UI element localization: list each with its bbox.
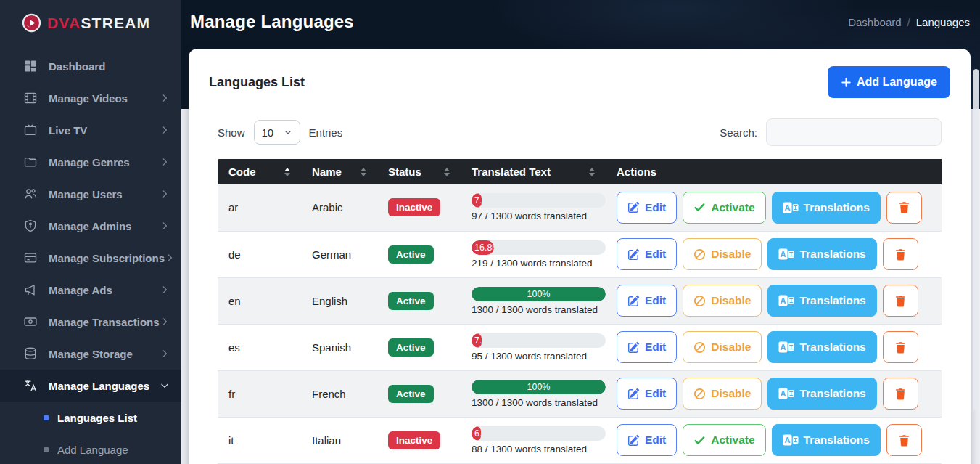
pencil-square-icon xyxy=(627,388,640,400)
breadcrumb-current: Languages xyxy=(916,16,970,28)
edit-button[interactable]: Edit xyxy=(617,192,677,224)
chevron-down-icon xyxy=(284,128,292,137)
sort-icon xyxy=(444,168,450,176)
translations-button[interactable]: A Translations xyxy=(767,331,876,363)
brand-logo[interactable]: DVASTREAM xyxy=(0,0,181,44)
sidebar-item-label: Manage Languages xyxy=(49,380,160,392)
entries-select[interactable]: 10 xyxy=(254,120,300,145)
column-header-translated-text[interactable]: Translated Text xyxy=(472,159,617,184)
disable-button[interactable]: Disable xyxy=(683,378,762,410)
translations-button[interactable]: A Translations xyxy=(772,192,881,224)
trash-icon xyxy=(894,248,907,261)
add-language-label: Add Language xyxy=(857,76,937,89)
chevron-down-icon xyxy=(160,380,170,391)
sidebar-item-label: Manage Admins xyxy=(49,220,160,232)
pencil-square-icon xyxy=(627,434,640,447)
sidebar-item-label: Live TV xyxy=(49,124,160,137)
delete-button[interactable] xyxy=(883,238,918,270)
language-code: en xyxy=(218,277,312,324)
chevron-right-icon xyxy=(160,157,170,167)
languages-card: Languages List Add Language Show 10 Entr… xyxy=(189,49,971,464)
table-row-ar: ar Arabic Inactive 7.46 97 / 1300 words … xyxy=(218,184,942,231)
translations-button[interactable]: A Translations xyxy=(772,424,881,456)
bullet-icon xyxy=(44,415,49,420)
storage-icon xyxy=(23,346,38,361)
delete-button[interactable] xyxy=(883,378,918,410)
sidebar-item-label: Manage Subscriptions xyxy=(49,252,165,264)
status-badge: Inactive xyxy=(388,198,440,216)
activate-button[interactable]: Activate xyxy=(683,192,765,224)
column-header-name[interactable]: Name xyxy=(312,159,388,184)
disable-button[interactable]: Disable xyxy=(683,238,762,270)
progress-fill: 100% xyxy=(472,287,606,301)
status-badge: Active xyxy=(388,385,434,403)
sidebar-subitem-add-language[interactable]: Add Language xyxy=(0,434,181,464)
words-translated: 95 / 1300 words translated xyxy=(472,351,606,362)
sidebar: DVASTREAM Dashboard Manage Videos Live T… xyxy=(0,0,181,464)
svg-text:A: A xyxy=(781,343,786,351)
slash-circle-icon xyxy=(693,388,706,400)
edit-button[interactable]: Edit xyxy=(617,331,677,363)
search-input[interactable] xyxy=(766,118,942,146)
delete-button[interactable] xyxy=(883,285,918,317)
translations-button[interactable]: A Translations xyxy=(767,238,876,270)
slash-circle-icon xyxy=(693,341,706,354)
sidebar-item-manage-videos[interactable]: Manage Videos xyxy=(0,82,181,114)
table-row-fr: fr French Active 100% 1300 / 1300 words … xyxy=(218,370,942,417)
sort-icon xyxy=(284,168,290,176)
page-title: Manage Languages xyxy=(190,12,354,32)
brand-name: DVASTREAM xyxy=(47,15,150,32)
translate-icon: A xyxy=(778,388,794,399)
status-badge: Inactive xyxy=(388,431,440,449)
breadcrumb-separator: / xyxy=(907,16,910,28)
edit-button[interactable]: Edit xyxy=(617,424,677,456)
disable-button[interactable]: Disable xyxy=(683,331,762,363)
sidebar-item-manage-admins[interactable]: Manage Admins xyxy=(0,210,181,242)
activate-button[interactable]: Activate xyxy=(683,424,765,456)
translation-progress: 6.77 88 / 1300 words translated xyxy=(472,426,606,455)
table-row-de: de German Active 16.85 219 / 1300 words … xyxy=(218,231,942,277)
progress-fill: 6.77 xyxy=(472,426,481,441)
languages-table: Code Name Status Translated Text Actions… xyxy=(218,159,942,464)
language-name: Spanish xyxy=(312,324,388,370)
translations-button[interactable]: A Translations xyxy=(767,285,876,317)
edit-button[interactable]: Edit xyxy=(617,238,677,270)
chevron-right-icon xyxy=(165,253,175,263)
chevron-right-icon xyxy=(160,285,170,295)
sort-icon xyxy=(589,168,595,176)
sidebar-item-manage-ads[interactable]: Manage Ads xyxy=(0,274,181,306)
genres-icon xyxy=(23,155,38,169)
sidebar-item-manage-languages[interactable]: Manage Languages xyxy=(0,370,181,402)
delete-button[interactable] xyxy=(886,192,922,224)
sidebar-item-live-tv[interactable]: Live TV xyxy=(0,114,181,146)
table-row-it: it Italian Inactive 6.77 88 / 1300 words… xyxy=(218,417,942,463)
sidebar-item-label: Manage Ads xyxy=(49,284,160,296)
delete-button[interactable] xyxy=(886,424,922,456)
add-language-button[interactable]: Add Language xyxy=(828,66,950,98)
sidebar-item-label: Manage Users xyxy=(49,188,160,200)
sidebar-subitem-languages-list[interactable]: Languages List xyxy=(0,402,181,434)
sidebar-item-manage-storage[interactable]: Manage Storage xyxy=(0,338,181,370)
chevron-right-icon xyxy=(160,125,170,135)
sidebar-item-manage-genres[interactable]: Manage Genres xyxy=(0,146,181,178)
sidebar-item-manage-subscriptions[interactable]: Manage Subscriptions xyxy=(0,242,181,274)
show-label: Show xyxy=(218,126,245,139)
delete-button[interactable] xyxy=(883,331,918,363)
column-header-status[interactable]: Status xyxy=(388,159,472,184)
sidebar-item-dashboard[interactable]: Dashboard xyxy=(0,50,181,82)
languages-icon xyxy=(23,378,38,393)
search-label: Search: xyxy=(720,126,757,139)
sidebar-item-manage-users[interactable]: Manage Users xyxy=(0,178,181,210)
page-scrollbar[interactable] xyxy=(973,69,979,410)
svg-text:A: A xyxy=(781,296,786,305)
sidebar-item-label: Dashboard xyxy=(49,60,170,73)
column-header-code[interactable]: Code xyxy=(218,159,312,184)
card-title: Languages List xyxy=(209,75,305,90)
edit-button[interactable]: Edit xyxy=(617,285,677,317)
disable-button[interactable]: Disable xyxy=(683,285,762,317)
translations-button[interactable]: A Translations xyxy=(767,378,876,410)
breadcrumb-dashboard[interactable]: Dashboard xyxy=(848,16,901,28)
edit-button[interactable]: Edit xyxy=(617,378,677,410)
check-icon xyxy=(693,201,706,213)
sidebar-item-manage-transactions[interactable]: Manage Transactions xyxy=(0,306,181,338)
